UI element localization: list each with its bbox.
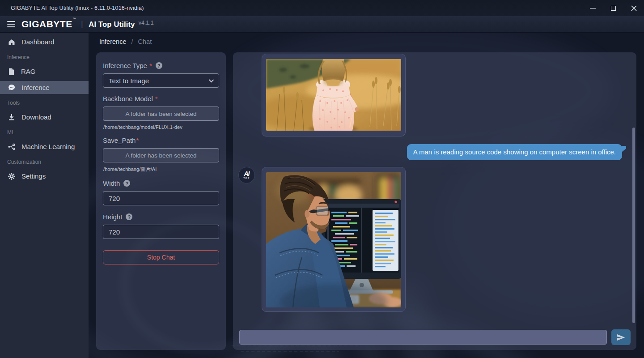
sidebar-item-inference[interactable]: Inference [0,81,89,94]
sidebar-item-rag[interactable]: RAG [0,65,89,78]
generated-image-man-reading-code-on-monitor [266,172,401,307]
user-message-text: A man is reading source code showing on … [413,148,616,156]
maximize-button[interactable] [603,0,623,16]
minimize-button[interactable] [582,0,603,16]
maximize-icon [611,6,616,11]
home-icon [8,38,16,46]
required-asterisk: * [136,136,139,144]
breadcrumb-separator: / [131,38,133,45]
header-divider: | [81,20,83,28]
breadcrumb-current: Chat [138,38,152,45]
gear-icon [8,172,16,180]
save-path-folder-button[interactable]: A folder has been selected [103,148,219,162]
document-icon [8,68,15,76]
save-path-path: /home/techbang/圖片/AI [103,166,219,173]
height-input[interactable] [103,225,219,239]
sidebar-section-customization: Customization [0,158,89,166]
chat-panel: A man is reading source code showing on … [233,52,636,350]
stop-chat-button[interactable]: Stop Chat [103,250,219,264]
main-content: Inference / Chat Inference Type * ? Text… [89,33,644,358]
app-header: GIGABYTE™ | AI Top Utility v4.1.1 [0,16,644,33]
close-icon [631,5,637,11]
breadcrumb-parent[interactable]: Inference [99,38,126,45]
chat-scrollbar-thumb[interactable] [632,128,635,323]
generated-image-card[interactable] [262,167,406,312]
generated-image-woman-in-golden-field [266,59,401,131]
backbone-model-path: /home/techbang/model/FLUX.1-dev [103,124,219,130]
breadcrumb: Inference / Chat [99,38,152,45]
sidebar-item-settings[interactable]: Settings [0,170,89,183]
chat-bubble-icon [8,84,16,92]
sidebar-item-machine-learning[interactable]: Machine Learning [0,140,89,153]
bubble-tail [622,146,626,152]
inference-settings-panel: Inference Type * ? Text to Image Backbon… [96,52,226,350]
ai-top-avatar: AI TOP [238,167,255,183]
app-version: v4.1.1 [139,20,154,26]
close-button[interactable] [623,0,644,16]
help-icon[interactable]: ? [126,213,132,220]
download-icon [8,113,16,121]
help-icon[interactable]: ? [123,180,130,187]
inference-type-value: Text to Image [109,77,149,85]
send-icon [616,333,626,341]
inference-type-label: Inference Type * ? [103,62,219,69]
width-input[interactable] [103,191,219,205]
chat-message-input[interactable] [239,330,607,345]
menu-toggle-button[interactable] [7,21,15,27]
sidebar-section-ml: ML [0,129,89,136]
save-path-label: Save_Path * [103,136,219,144]
chevron-down-icon [208,79,214,83]
help-icon[interactable]: ? [156,62,162,69]
generated-image-card[interactable] [262,54,406,136]
sidebar-section-inference: Inference [0,54,89,61]
branch-icon [8,143,16,151]
window-title: GIGABYTE AI Top Utility (linux - 6.11.0-… [11,5,144,11]
app-title: AI Top Utility [89,20,135,29]
height-label: Height ? [103,213,219,221]
width-label: Width ? [103,179,219,187]
required-asterisk: * [149,62,152,69]
sidebar: Dashboard Inference RAG Inference Tools … [0,33,89,358]
inference-type-select[interactable]: Text to Image [103,73,219,88]
backbone-model-folder-button[interactable]: A folder has been selected [103,107,219,121]
sidebar-section-tools: Tools [0,99,89,107]
sidebar-item-download[interactable]: Download [0,111,89,124]
gigabyte-logo: GIGABYTE™ [21,19,76,30]
send-button[interactable] [611,329,631,345]
required-asterisk: * [155,95,158,102]
sidebar-item-dashboard[interactable]: Dashboard [0,35,89,48]
minimize-icon [590,8,596,9]
window-titlebar: GIGABYTE AI Top Utility (linux - 6.11.0-… [0,0,644,16]
backbone-model-label: Backbone Model * [103,95,219,102]
user-message-bubble: A man is reading source code showing on … [407,144,622,160]
